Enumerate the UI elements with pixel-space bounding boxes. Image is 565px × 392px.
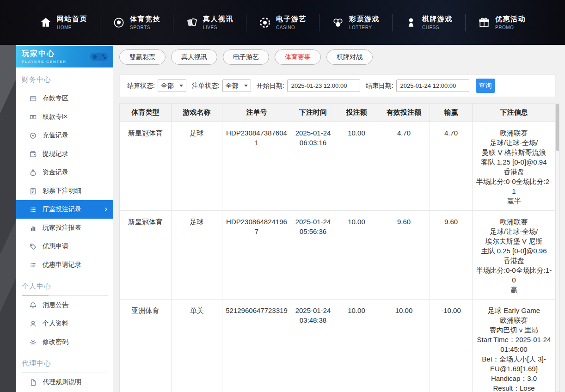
sidebar-section-personal: 个人中心 消息公告 个人资料 修改密码: [16, 282, 113, 351]
table-row: 亚洲体育 单关 5212960647723319 2025-01-24 03:4…: [120, 300, 555, 392]
sidebar-item-label: 取款专区: [43, 113, 68, 121]
playing-cards-icon: [185, 16, 198, 29]
person-icon: [30, 320, 37, 327]
sidebar-item-hall-bet-record[interactable]: 厅室投注记录 ›: [16, 200, 113, 219]
nav-casino-sublabel: CASINO: [276, 25, 307, 30]
nav-sports-label: 体育竞技: [130, 15, 160, 24]
settle-status-label: 结算状态:: [127, 82, 155, 90]
sidebar-item-label: 存款专区: [43, 94, 68, 103]
nav-lives-label: 真人视讯: [203, 15, 233, 24]
sidebar-item-promo-apply[interactable]: 优惠申请: [16, 237, 113, 256]
sidebar-item-withdraw[interactable]: 取款专区: [16, 108, 113, 126]
order-status-value: 全部: [226, 82, 239, 90]
cell-order-no: 5212960647723319: [222, 300, 291, 392]
chess-piece-icon: [405, 16, 418, 29]
cell-valid-amount: 9.60: [378, 211, 430, 300]
table-row: 新皇冠体育 足球 HDP2308648241967 2025-01-24 05:…: [120, 211, 555, 300]
filter-bar: 结算状态: 全部 注单状态: 全部 开始日期: 结束日期: 查询: [119, 74, 556, 97]
sidebar-title: 玩家中心: [22, 49, 67, 59]
cell-win-loss: -10.00: [430, 300, 473, 392]
nav-item-promo[interactable]: 优惠活动PROMO: [465, 15, 538, 30]
settle-status-select[interactable]: 全部: [158, 80, 186, 92]
nav-item-sports[interactable]: 体育竞技SPORTS: [100, 15, 173, 30]
scrollbar-thumb[interactable]: [556, 104, 559, 151]
search-button[interactable]: 查询: [476, 79, 495, 93]
sidebar-item-lottery-bet-detail[interactable]: 彩票下注明细: [16, 182, 113, 200]
dropdown-arrow-icon: [179, 85, 183, 87]
nav-promo-sublabel: PROMO: [495, 25, 526, 30]
sidebar-item-player-report[interactable]: 玩家投注报表: [16, 219, 113, 237]
bell-icon: [30, 302, 37, 309]
tab-board-games[interactable]: 棋牌对战: [326, 49, 373, 65]
cell-bet-amount: 10.00: [335, 122, 378, 211]
section-header-personal: 个人中心: [22, 282, 108, 296]
sidebar-item-deposit[interactable]: 存款专区: [16, 89, 113, 108]
sidebar-item-withdraw-record[interactable]: 提现记录: [16, 145, 113, 163]
cell-game-name: 足球: [172, 211, 222, 300]
nav-item-chess[interactable]: 棋牌游戏CHESS: [392, 15, 465, 30]
wallet-icon: [30, 151, 37, 158]
start-date-label: 开始日期:: [257, 82, 284, 90]
list-check-icon: [30, 262, 37, 269]
sidebar: 玩家中心 PLAYERS CENTER 财务中心 存款专区 取款专区 充值记录 …: [16, 46, 113, 392]
nav-home-label: 网站首页: [57, 15, 87, 24]
tab-lottery[interactable]: 雙赢彩票: [119, 49, 166, 65]
category-tabs: 雙赢彩票 真人视讯 电子游艺 体育赛事 棋牌对战: [119, 49, 556, 65]
sidebar-item-label: 资金记录: [43, 168, 68, 177]
cell-win-loss: 4.70: [430, 122, 473, 211]
cell-game-name: 单关: [172, 300, 222, 392]
bar-chart-icon: [30, 225, 37, 232]
tab-casino[interactable]: 电子游艺: [223, 49, 269, 65]
nav-lottery-sublabel: LOTTERY: [349, 25, 380, 30]
nav-home-sublabel: HOME: [57, 25, 87, 30]
sidebar-item-change-password[interactable]: 修改密码: [16, 333, 113, 351]
deposit-card-icon: [30, 95, 37, 102]
money-bag-icon: [30, 169, 37, 176]
sidebar-item-profile[interactable]: 个人资料: [16, 314, 113, 333]
cell-sport-type: 新皇冠体育: [120, 122, 172, 211]
sidebar-item-label: 修改密码: [43, 338, 68, 346]
nav-item-home[interactable]: 网站首页HOME: [27, 15, 100, 30]
cell-valid-amount: 10.00: [378, 300, 430, 392]
sidebar-item-agent-rules[interactable]: 代理规则说明: [16, 373, 113, 392]
sidebar-item-label: 彩票下注明细: [43, 187, 81, 195]
lottery-balls-icon: [332, 16, 344, 29]
sidebar-item-funds-record[interactable]: 资金记录: [16, 163, 113, 182]
sidebar-item-recharge-record[interactable]: 充值记录: [16, 126, 113, 145]
dropdown-arrow-icon: [244, 85, 248, 87]
coin-icon: [30, 132, 37, 139]
col-header-bet-time: 下注时间: [291, 104, 335, 122]
nav-lives-sublabel: LIVES: [203, 25, 233, 30]
sports-ball-icon: [112, 16, 125, 29]
start-date-input[interactable]: [287, 80, 360, 92]
nav-item-lottery[interactable]: 彩票游戏LOTTERY: [319, 15, 392, 30]
nav-item-casino[interactable]: 电子游艺CASINO: [246, 15, 319, 30]
nav-item-lives[interactable]: 真人视讯LIVES: [173, 15, 246, 30]
end-date-input[interactable]: [396, 80, 469, 92]
tag-icon: [30, 243, 37, 250]
casino-chip-icon: [258, 16, 271, 29]
nav-chess-sublabel: CHESS: [422, 25, 453, 30]
cell-bet-info: 欧洲联赛 足球/让球-全场/ 埃尔夫斯堡 V 尼斯 主队 0.25 [0-0]@…: [473, 211, 555, 300]
tab-live[interactable]: 真人视讯: [171, 49, 217, 65]
sidebar-item-label: 个人资料: [43, 319, 68, 328]
sidebar-item-label: 玩家投注报表: [43, 224, 81, 232]
section-header-finance: 财务中心: [22, 75, 108, 89]
sidebar-item-label: 消息公告: [43, 301, 68, 309]
sidebar-item-promo-record[interactable]: 优惠申请记录: [16, 256, 113, 274]
vertical-scrollbar[interactable]: [555, 103, 560, 392]
order-status-label: 注单状态:: [192, 82, 220, 90]
cell-sport-type: 亚洲体育: [120, 300, 172, 392]
col-header-valid-amount: 有效投注额: [378, 104, 430, 122]
table-row: 新皇冠体育 足球 HDP2308473876041 2025-01-24 06:…: [120, 122, 555, 211]
col-header-game-name: 游戏名称: [172, 104, 222, 122]
sidebar-section-finance: 财务中心 存款专区 取款专区 充值记录 提现记录 资金记录 彩票下注明细 厅室投…: [16, 75, 113, 274]
sidebar-item-messages[interactable]: 消息公告: [16, 296, 113, 314]
cell-bet-info: 欧洲联赛 足球/让球-全场/ 曼联 V 格拉斯哥流浪 客队 1.25 [0-0]…: [473, 122, 555, 211]
tab-sports-events[interactable]: 体育赛事: [275, 49, 321, 65]
sidebar-item-label: 厅室投注记录: [43, 205, 81, 214]
cell-bet-time: 2025-01-24 05:56:36: [291, 211, 335, 300]
order-status-select[interactable]: 全部: [222, 80, 251, 92]
gamepad-icon: [89, 50, 109, 67]
sidebar-item-label: 优惠申请: [43, 242, 68, 251]
